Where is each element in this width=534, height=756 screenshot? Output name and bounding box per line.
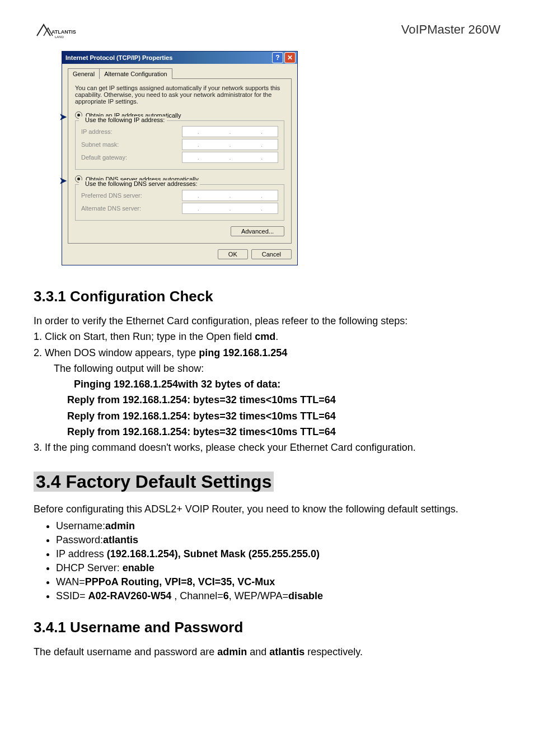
alt-dns-field: ...	[182, 203, 278, 214]
tab-alternate[interactable]: Alternate Configuration	[100, 68, 172, 79]
ping-reply-3: Reply from 192.168.1.254: bytes=32 times…	[34, 425, 500, 438]
tab-general[interactable]: General	[68, 68, 100, 79]
step-2-sub: The following output will be show:	[34, 362, 500, 375]
pointer-arrow-icon: ➤	[59, 175, 67, 186]
pointer-arrow-icon: ➤	[59, 111, 67, 122]
product-name: VoIPMaster 260W	[401, 22, 500, 37]
gateway-field: ...	[182, 152, 278, 163]
svg-text:LAND: LAND	[55, 35, 64, 39]
subnet-field: ...	[182, 139, 278, 150]
heading-34: 3.4 Factory Default Settings	[34, 472, 274, 492]
radio-dns-manual[interactable]: Use the following DNS server addresses:	[79, 180, 200, 187]
brand-logo: ATLANTIS LAND	[34, 22, 78, 45]
radio-label: Use the following DNS server addresses:	[85, 180, 198, 187]
advanced-button[interactable]: Advanced...	[231, 226, 284, 236]
dialog-info-text: You can get IP settings assigned automat…	[75, 85, 284, 105]
dialog-title: Internet Protocol (TCP/IP) Properties	[65, 54, 172, 61]
intro-331: In order to verify the Ethernet Card con…	[34, 314, 500, 328]
label-pref-dns: Preferred DNS server:	[81, 192, 142, 199]
label-subnet: Subnet mask:	[81, 141, 119, 148]
logo-text: ATLANTIS	[51, 29, 76, 35]
list-item: Password:atlantis	[56, 534, 500, 546]
radio-label: Use the following IP address:	[85, 116, 165, 123]
intro-34: Before configurating this ADSL2+ VOIP Ro…	[34, 502, 500, 516]
list-item: IP address (192.168.1.254), Subnet Mask …	[56, 548, 500, 560]
close-icon[interactable]: ✕	[284, 52, 296, 63]
tcpip-properties-dialog: Internet Protocol (TCP/IP) Properties ? …	[62, 51, 298, 265]
ping-reply-2: Reply from 192.168.1.254: bytes=32 times…	[34, 409, 500, 423]
ip-address-field: ...	[182, 126, 278, 137]
help-icon[interactable]: ?	[272, 52, 283, 63]
label-gateway: Default gateway:	[81, 154, 127, 161]
list-item: SSID= A02-RAV260-W54 , Channel=6, WEP/WP…	[56, 590, 500, 602]
ok-button[interactable]: OK	[218, 249, 248, 259]
label-ip-address: IP address:	[81, 128, 112, 135]
ping-output-1: Pinging 192.168.1.254with 32 bytes of da…	[34, 377, 500, 391]
dialog-titlebar: Internet Protocol (TCP/IP) Properties ? …	[62, 52, 297, 64]
default-settings-list: Username:admin Password:atlantis IP addr…	[56, 520, 500, 602]
label-alt-dns: Alternate DNS server:	[81, 205, 141, 212]
step-2: 2. When DOS window appears, type ping 19…	[34, 346, 500, 360]
radio-ip-manual[interactable]: Use the following IP address:	[79, 116, 167, 123]
step-3: 3. If the ping command doesn't works, pl…	[34, 441, 500, 454]
step-1: 1. Click on Start, then Run; type in the…	[34, 330, 500, 343]
ping-reply-1: Reply from 192.168.1.254: bytes=32 times…	[34, 393, 500, 407]
heading-341: 3.4.1 Username and Password	[34, 619, 500, 636]
list-item: DHCP Server: enable	[56, 562, 500, 574]
cancel-button[interactable]: Cancel	[251, 249, 292, 259]
pref-dns-field: ...	[182, 190, 278, 201]
text-341: The default username and password are ad…	[34, 645, 500, 659]
heading-331: 3.3.1 Configuration Check	[34, 288, 500, 305]
list-item: Username:admin	[56, 520, 500, 532]
list-item: WAN=PPPoA Routing, VPI=8, VCI=35, VC-Mux	[56, 576, 500, 588]
